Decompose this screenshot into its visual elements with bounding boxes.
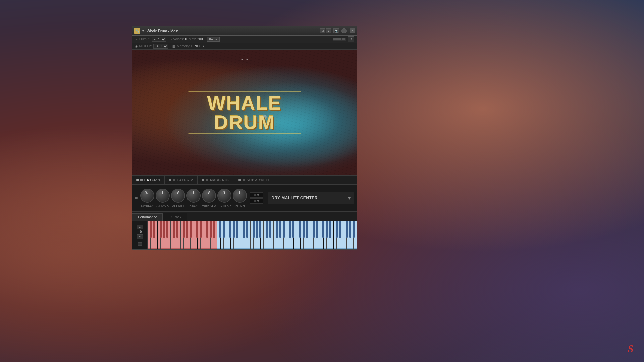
ambience-tab[interactable]: AMBIENCE — [198, 176, 234, 184]
level-meter — [333, 38, 346, 41]
black-key[interactable] — [269, 221, 271, 238]
fxrack-tab[interactable]: FX Rack — [163, 213, 187, 221]
black-key[interactable] — [339, 221, 341, 238]
black-key[interactable] — [306, 221, 308, 238]
output-label: Output: — [139, 37, 150, 41]
black-key[interactable] — [326, 221, 328, 238]
memory-value: 0.70 GB — [191, 44, 204, 48]
pitch-knob[interactable] — [233, 189, 247, 203]
black-key[interactable] — [276, 221, 278, 238]
keyboard-down-button[interactable]: ▼ — [137, 234, 143, 239]
purge-button[interactable]: Purge — [207, 37, 219, 42]
piano-wrapper[interactable] — [148, 221, 357, 249]
black-key[interactable] — [346, 221, 348, 238]
black-key[interactable] — [329, 221, 331, 238]
pitch-label: PITCH — [235, 204, 245, 207]
black-key[interactable] — [210, 221, 212, 238]
nav-next-button[interactable]: ► — [326, 28, 331, 33]
black-key[interactable] — [206, 221, 208, 238]
black-key[interactable] — [223, 221, 225, 238]
black-key[interactable] — [150, 221, 152, 238]
vibrato-label: VIBRATO — [202, 204, 216, 207]
pitch-group: PITCH — [233, 189, 247, 207]
offset-group: OFFSET — [171, 189, 185, 207]
black-key[interactable] — [256, 221, 258, 238]
chevron-down-icon[interactable]: ⌄⌄ — [239, 54, 250, 62]
black-key[interactable] — [183, 221, 185, 238]
swell-group: SWELL ▾ — [140, 189, 154, 207]
black-key[interactable] — [316, 221, 318, 238]
offset-knob[interactable] — [171, 189, 185, 203]
voices-item: ♪ Voices: 0 Max: 200 — [170, 37, 203, 41]
close-button[interactable]: × — [350, 28, 355, 33]
spitfire-logo: S — [624, 342, 637, 355]
vibrato-knob[interactable] — [202, 189, 216, 203]
ambience-square — [206, 179, 208, 181]
black-key[interactable] — [283, 221, 285, 238]
black-key[interactable] — [200, 221, 202, 238]
black-key[interactable] — [313, 221, 315, 238]
filter-group: FILTER ▾ — [217, 189, 231, 207]
info-bar-2: ◉ MIDI Ch: [A] 1 ▦ Memory: 0.70 GB — [132, 43, 357, 50]
spitfire-s-icon: S — [628, 343, 634, 355]
info-icon[interactable]: i — [341, 28, 347, 33]
black-key[interactable] — [266, 221, 268, 238]
black-key[interactable] — [353, 221, 355, 238]
black-key[interactable] — [233, 221, 235, 238]
attack-label: atTack — [156, 204, 169, 207]
black-key[interactable] — [336, 221, 338, 238]
black-key[interactable] — [219, 221, 221, 238]
black-key[interactable] — [196, 221, 198, 238]
black-key[interactable] — [160, 221, 162, 238]
black-key[interactable] — [236, 221, 238, 238]
subsynth-tab[interactable]: SUB-SYNTH — [234, 176, 273, 184]
filter-knob[interactable] — [217, 189, 231, 203]
title-dropdown-arrow[interactable]: ▾ — [142, 29, 144, 33]
layer-1-label: LAYER 1 — [144, 178, 160, 182]
black-key[interactable] — [229, 221, 231, 238]
black-key[interactable] — [173, 221, 175, 238]
black-key[interactable] — [190, 221, 192, 238]
black-key[interactable] — [322, 221, 324, 238]
memory-item: ▦ Memory: 0.70 GB — [172, 44, 204, 48]
layer-1-square — [140, 179, 143, 181]
pitch-ct-value: 0 ct — [250, 198, 263, 204]
keyboard-up-button[interactable]: ▲ — [137, 225, 143, 229]
attack-knob[interactable] — [156, 189, 170, 203]
rel-arrow: ▾ — [196, 204, 198, 207]
black-key[interactable] — [289, 221, 291, 238]
black-key[interactable] — [176, 221, 178, 238]
voices-value: 0 — [185, 37, 187, 41]
black-key[interactable] — [292, 221, 294, 238]
black-key[interactable] — [163, 221, 165, 238]
swell-label: SWELL ▾ — [141, 204, 154, 207]
black-key[interactable] — [213, 221, 215, 238]
sample-display[interactable]: DRY MALLET CENTER ▾ — [268, 192, 354, 204]
black-key[interactable] — [279, 221, 281, 238]
wrench-icon[interactable]: 🔧 — [134, 28, 140, 34]
layer-bar: LAYER 1 LAYER 2 AMBIENCE SUB-SYNTH — [132, 175, 357, 185]
filter-arrow: ▾ — [230, 204, 231, 207]
midi-select[interactable]: [A] 1 — [153, 44, 168, 49]
black-key[interactable] — [243, 221, 245, 238]
black-key[interactable] — [253, 221, 255, 238]
rel-group: REL ▾ — [186, 189, 201, 207]
layer-1-tab[interactable]: LAYER 1 — [132, 176, 165, 184]
black-key[interactable] — [166, 221, 168, 238]
sample-dropdown-icon: ▾ — [348, 195, 351, 201]
keyboard-minus-button[interactable]: − — [138, 242, 142, 246]
black-key[interactable] — [259, 221, 261, 238]
rel-knob[interactable] — [186, 189, 201, 203]
black-key[interactable] — [153, 221, 155, 238]
performance-tab[interactable]: Performance — [132, 213, 163, 221]
output-select[interactable]: st. 1 — [152, 37, 166, 42]
black-key[interactable] — [299, 221, 301, 238]
black-key[interactable] — [246, 221, 248, 238]
swell-knob[interactable] — [140, 189, 154, 203]
black-key[interactable] — [303, 221, 305, 238]
layer-2-tab[interactable]: LAYER 2 — [165, 176, 197, 184]
black-key[interactable] — [349, 221, 351, 238]
black-key[interactable] — [186, 221, 188, 238]
camera-icon[interactable]: 📷 — [333, 28, 339, 33]
nav-prev-button[interactable]: ◄ — [320, 28, 325, 33]
